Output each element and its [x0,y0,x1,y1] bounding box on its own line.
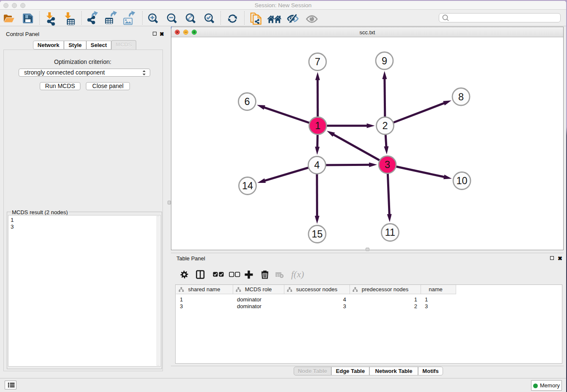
svg-text:1: 1 [315,120,320,131]
svg-text:f(x): f(x) [291,269,304,279]
svg-text:2: 2 [382,120,388,131]
svg-text:15: 15 [311,229,322,240]
svg-text:9: 9 [382,55,387,66]
svg-text:3: 3 [385,159,390,170]
svg-text:8: 8 [458,91,464,102]
svg-text:4: 4 [314,160,319,171]
svg-text:10: 10 [456,175,467,186]
svg-text:6: 6 [244,96,250,107]
svg-text:7: 7 [315,56,320,67]
svg-text:14: 14 [242,180,253,191]
svg-text:11: 11 [385,227,395,238]
